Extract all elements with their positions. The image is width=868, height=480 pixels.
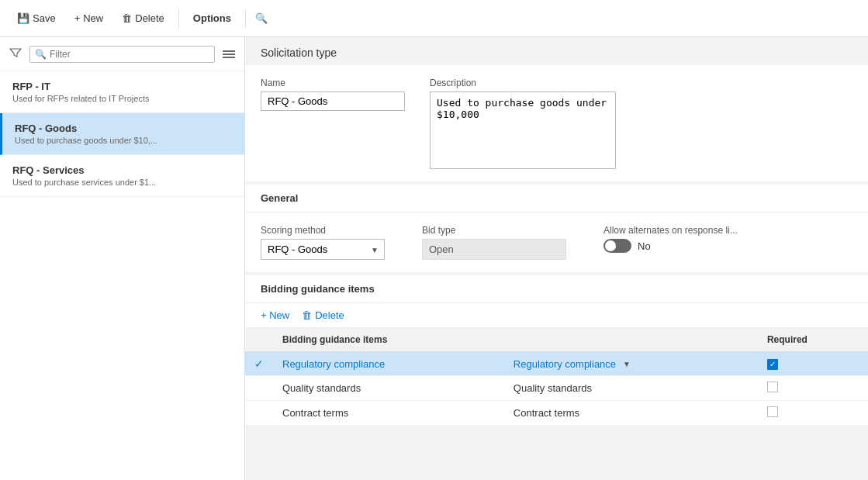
filter-search-icon: 🔍 (35, 49, 47, 60)
bidding-toolbar: + New 🗑 Delete (245, 303, 868, 328)
table-row[interactable]: Contract terms Contract terms (245, 401, 868, 426)
solicitation-type-title: Solicitation type (261, 47, 337, 59)
table-body: ✓ Regulatory compliance Regulatory compl… (245, 352, 868, 426)
th-required-label: Required (767, 334, 807, 345)
toggle-wrap: No (603, 239, 738, 253)
filter-input-wrap: 🔍 (29, 46, 215, 63)
row-value-select[interactable]: Regulatory compliance (514, 358, 631, 370)
hamburger-line (223, 54, 235, 55)
filter-input[interactable] (50, 49, 209, 60)
scoring-method-select-wrap: RFQ - Goods ▼ (261, 239, 385, 260)
scoring-method-label: Scoring method (261, 225, 385, 236)
td-name: Contract terms (273, 401, 504, 426)
table-header-row: Bidding guidance items Required (245, 328, 868, 352)
th-required: Required (758, 328, 868, 352)
td-check (245, 401, 273, 426)
sidebar-controls: 🔍 (0, 37, 244, 71)
options-label: Options (193, 12, 231, 24)
new-label: New (83, 12, 103, 24)
general-section: General Scoring method RFQ - Goods ▼ Bid… (245, 185, 868, 272)
options-button[interactable]: Options (185, 8, 239, 29)
general-section-title: General (261, 192, 298, 204)
list-item-title: RFQ - Services (12, 164, 232, 176)
td-required (758, 376, 868, 401)
bidding-guidance-section: Bidding guidance items + New 🗑 Delete Bi… (245, 275, 868, 426)
th-name-label: Bidding guidance items (282, 334, 387, 345)
list-item-title: RFP - IT (12, 81, 232, 92)
required-checkbox[interactable] (767, 406, 778, 417)
general-section-header: General (245, 185, 868, 212)
general-body: Scoring method RFQ - Goods ▼ Bid type Al… (245, 212, 868, 272)
list-items: RFP - IT Used for RFPs related to IT Pro… (0, 71, 244, 480)
allow-alternates-value: No (638, 240, 651, 252)
bidding-delete-label: Delete (315, 309, 344, 321)
checkmark-icon: ✓ (254, 357, 264, 370)
bidding-new-button[interactable]: + New (261, 309, 289, 321)
hamburger-line (223, 57, 235, 58)
main-layout: 🔍 RFP - IT Used for RFPs related to IT P… (0, 37, 868, 480)
description-label: Description (430, 78, 616, 88)
list-item-subtitle: Used to purchase goods under $10,... (15, 136, 232, 145)
td-value: Quality standards (504, 376, 758, 401)
name-input[interactable] (261, 92, 405, 111)
td-value: Regulatory compliance ▼ (504, 352, 758, 376)
new-button[interactable]: + New (67, 8, 112, 29)
name-field: Name (261, 78, 405, 111)
td-required (758, 401, 868, 426)
allow-alternates-toggle[interactable] (603, 239, 631, 253)
th-check (245, 328, 273, 352)
list-item-title: RFQ - Goods (15, 123, 232, 134)
bid-type-input (422, 239, 566, 260)
td-check (245, 376, 273, 401)
bidding-guidance-table: Bidding guidance items Required ✓ (245, 328, 868, 426)
td-name: Regulatory compliance (273, 352, 504, 376)
save-label: Save (33, 12, 56, 24)
table-row[interactable]: Quality standards Quality standards (245, 376, 868, 401)
allow-alternates-field: Allow alternates on response li... No (603, 225, 738, 253)
bidding-delete-button[interactable]: 🗑 Delete (302, 309, 344, 321)
trash-icon: 🗑 (302, 309, 312, 321)
plus-icon: + (74, 12, 81, 24)
search-icon: 🔍 (255, 12, 268, 24)
bid-type-label: Bid type (422, 225, 566, 236)
required-checkbox[interactable] (767, 382, 778, 392)
delete-icon: 🗑 (122, 12, 132, 24)
list-item-subtitle: Used for RFPs related to IT Projects (12, 94, 232, 103)
scoring-method-select[interactable]: RFQ - Goods (261, 239, 385, 260)
toolbar-divider (178, 9, 179, 28)
required-checkbox[interactable] (767, 359, 778, 370)
hamburger-button[interactable] (220, 47, 238, 61)
bid-type-field: Bid type (422, 225, 566, 260)
row-name: Regulatory compliance (282, 358, 385, 370)
table-row[interactable]: ✓ Regulatory compliance Regulatory compl… (245, 352, 868, 376)
bidding-guidance-header: Bidding guidance items (245, 275, 868, 303)
save-button[interactable]: 💾 Save (9, 8, 64, 29)
description-field: Description Used to purchase goods under… (430, 78, 616, 169)
hamburger-line (223, 50, 235, 52)
th-bidding-items: Bidding guidance items (273, 328, 504, 352)
bidding-new-label: + New (261, 309, 289, 321)
toolbar: 💾 Save + New 🗑 Delete Options 🔍 (0, 0, 868, 37)
td-required (758, 352, 868, 376)
td-check: ✓ (245, 352, 273, 376)
list-item[interactable]: RFP - IT Used for RFPs related to IT Pro… (0, 71, 244, 113)
allow-alternates-label: Allow alternates on response li... (603, 225, 738, 236)
td-value: Contract terms (504, 401, 758, 426)
delete-label: Delete (135, 12, 164, 24)
toolbar-search: 🔍 (255, 12, 269, 24)
description-textarea[interactable]: Used to purchase goods under $10,000 (430, 92, 616, 169)
row-value-select-wrap: Regulatory compliance ▼ (514, 358, 631, 370)
list-item[interactable]: RFQ - Goods Used to purchase goods under… (0, 113, 244, 155)
funnel-icon (9, 47, 22, 59)
td-name: Quality standards (273, 376, 504, 401)
list-item[interactable]: RFQ - Services Used to purchase services… (0, 155, 244, 197)
table-header: Bidding guidance items Required (245, 328, 868, 352)
toolbar-divider2 (245, 9, 246, 28)
filter-icon-button[interactable] (6, 43, 25, 64)
toggle-knob (605, 240, 616, 251)
content-panel: Solicitation type Name Description Used … (245, 37, 868, 480)
delete-button[interactable]: 🗑 Delete (114, 8, 172, 29)
save-icon: 💾 (17, 12, 29, 24)
sidebar: 🔍 RFP - IT Used for RFPs related to IT P… (0, 37, 245, 480)
name-label: Name (261, 78, 405, 88)
